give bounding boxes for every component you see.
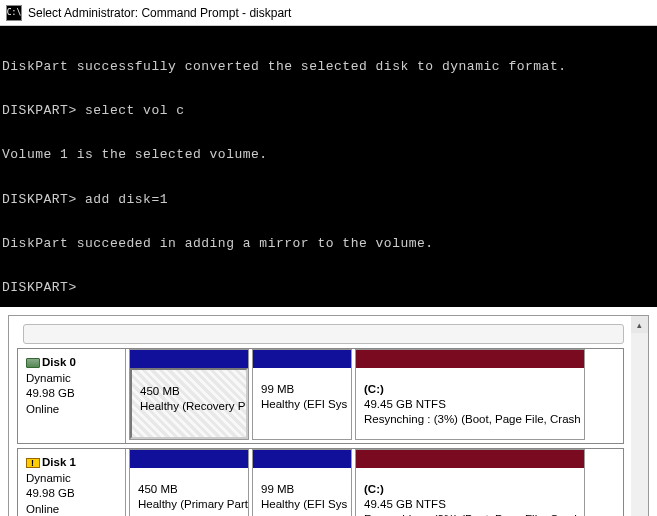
disk-size: 49.98 GB — [26, 486, 117, 502]
partition[interactable]: 99 MBHealthy (EFI Sys — [252, 449, 352, 516]
partition-header — [130, 350, 248, 368]
disk-management-panel: Disk 0 Dynamic 49.98 GB Online450 MBHeal… — [8, 315, 649, 516]
partition-size: 99 MB — [261, 382, 343, 397]
partition-status: Healthy (EFI Sys — [261, 497, 343, 512]
window-title: Select Administrator: Command Prompt - d… — [28, 6, 291, 20]
disk-row[interactable]: Disk 1 Dynamic 49.98 GB Online450 MBHeal… — [17, 448, 624, 516]
partition[interactable]: (C:)49.45 GB NTFSResynching : (3%) (Boot… — [355, 349, 585, 440]
disk-info: Disk 1 Dynamic 49.98 GB Online — [18, 449, 126, 516]
disk-type: Dynamic — [26, 471, 117, 487]
partition-header — [356, 450, 584, 468]
scroll-up-icon[interactable]: ▴ — [631, 316, 648, 333]
disk-row[interactable]: Disk 0 Dynamic 49.98 GB Online450 MBHeal… — [17, 348, 624, 444]
disk-type: Dynamic — [26, 371, 117, 387]
partition-size: 49.45 GB NTFS — [364, 397, 576, 412]
console-output[interactable]: DiskPart successfully converted the sele… — [0, 26, 657, 307]
window-titlebar: C:\ Select Administrator: Command Prompt… — [0, 0, 657, 26]
partition[interactable]: 99 MBHealthy (EFI Sys — [252, 349, 352, 440]
toolbar-stub — [23, 324, 624, 344]
partition-header — [253, 450, 351, 468]
partition-body: 99 MBHealthy (EFI Sys — [253, 368, 351, 439]
disk-status: Online — [26, 402, 117, 418]
partition-title: (C:) — [364, 382, 576, 397]
disk-name: Disk 1 — [26, 455, 117, 471]
partition-body: 450 MBHealthy (Primary Parti — [130, 468, 248, 516]
partition[interactable]: 450 MBHealthy (Recovery Par — [129, 349, 249, 440]
partition[interactable]: (C:)49.45 GB NTFSResynching : (3%) (Boot… — [355, 449, 585, 516]
partition-body: (C:)49.45 GB NTFSResynching : (3%) (Boot… — [356, 468, 584, 516]
partition-size: 450 MB — [138, 482, 240, 497]
disk-status: Online — [26, 502, 117, 516]
partitions-area: 450 MBHealthy (Primary Parti99 MBHealthy… — [126, 449, 623, 516]
cmd-icon: C:\ — [6, 5, 22, 21]
partition-status: Healthy (Primary Parti — [138, 497, 240, 512]
partition-header — [130, 450, 248, 468]
disk-info: Disk 0 Dynamic 49.98 GB Online — [18, 349, 126, 443]
partition-header — [356, 350, 584, 368]
partition-body: 450 MBHealthy (Recovery Par — [130, 368, 248, 439]
partition-body: 99 MBHealthy (EFI Sys — [253, 468, 351, 516]
disk-name: Disk 0 — [26, 355, 117, 371]
disk-status-icon — [26, 358, 40, 368]
disk-status-icon — [26, 458, 40, 468]
scrollbar[interactable]: ▴ — [631, 316, 648, 516]
partition-status: Healthy (Recovery Par — [140, 399, 238, 414]
partition-status: Resynching : (3%) (Boot, Page File, Cras… — [364, 412, 576, 427]
partition-status: Healthy (EFI Sys — [261, 397, 343, 412]
disk-size: 49.98 GB — [26, 386, 117, 402]
partition[interactable]: 450 MBHealthy (Primary Parti — [129, 449, 249, 516]
partition-body: (C:)49.45 GB NTFSResynching : (3%) (Boot… — [356, 368, 584, 439]
partition-status: Resynching : (3%) (Boot, Page File, Cras… — [364, 512, 576, 516]
partition-size: 450 MB — [140, 384, 238, 399]
partition-size: 49.45 GB NTFS — [364, 497, 576, 512]
partition-header — [253, 350, 351, 368]
partitions-area: 450 MBHealthy (Recovery Par99 MBHealthy … — [126, 349, 623, 443]
partition-title: (C:) — [364, 482, 576, 497]
partition-size: 99 MB — [261, 482, 343, 497]
